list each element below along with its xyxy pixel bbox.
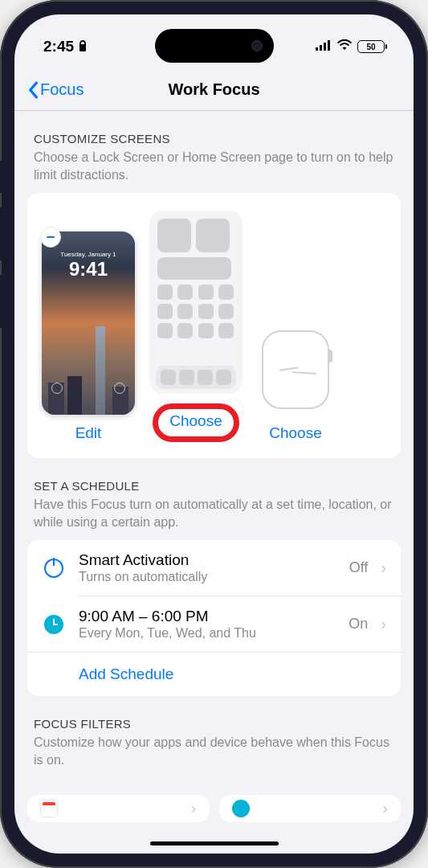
device-frame: 2:45 50 Focus Work Focus [0, 0, 428, 868]
lock-screen-preview: Tuesday, January 1 9:41 [42, 231, 135, 415]
side-buttons [0, 161, 2, 342]
watch-choose-button[interactable]: Choose [269, 424, 322, 442]
smart-activation-title: Smart Activation [79, 551, 336, 569]
nav-bar: Focus Work Focus [14, 61, 414, 111]
customize-header: CUSTOMIZE SCREENS Choose a Lock Screen o… [27, 111, 401, 183]
page-title: Work Focus [168, 80, 259, 99]
chevron-right-icon: › [381, 615, 386, 633]
watch-option[interactable]: Choose [257, 325, 334, 442]
minus-icon [47, 236, 55, 239]
chevron-right-icon: › [191, 799, 197, 817]
smart-activation-status: Off [349, 559, 369, 576]
compass-icon [232, 800, 250, 817]
lock-screen-option[interactable]: Tuesday, January 1 9:41 Edit [42, 231, 135, 442]
time-schedule-row[interactable]: 9:00 AM – 6:00 PM Every Mon, Tue, Wed, a… [27, 596, 401, 652]
back-button[interactable]: Focus [27, 80, 84, 99]
add-schedule-button[interactable]: Add Schedule [27, 652, 401, 696]
screen: 2:45 50 Focus Work Focus [14, 14, 414, 854]
home-indicator[interactable] [150, 841, 279, 845]
back-label: Focus [40, 80, 84, 99]
wifi-icon [336, 39, 353, 55]
home-screen-preview [149, 211, 243, 394]
remove-lock-screen-button[interactable] [40, 227, 61, 248]
dynamic-island [155, 29, 274, 63]
svg-rect-2 [316, 47, 318, 51]
svg-rect-3 [320, 45, 322, 51]
time-schedule-subtitle: Every Mon, Tue, Wed, and Thu [79, 626, 336, 641]
home-screen-option[interactable]: Choose [149, 211, 243, 442]
customize-title: CUSTOMIZE SCREENS [34, 132, 394, 145]
lock-preview-time: 9:41 [42, 258, 135, 280]
filters-subtitle: Customize how your apps and device behav… [34, 734, 394, 768]
schedule-subtitle: Have this Focus turn on automatically at… [34, 496, 394, 530]
lock-preview-date: Tuesday, January 1 [42, 251, 135, 258]
safari-filter-card[interactable]: › [219, 795, 402, 822]
smart-activation-row[interactable]: Smart Activation Turns on automatically … [27, 540, 401, 596]
home-screen-choose-button[interactable]: Choose [153, 403, 239, 442]
screens-card: Tuesday, January 1 9:41 Edit [27, 193, 401, 458]
chevron-left-icon [27, 81, 39, 99]
schedule-title: SET A SCHEDULE [34, 479, 394, 493]
filters-header: FOCUS FILTERS Customize how your apps an… [27, 696, 401, 768]
power-icon [44, 559, 63, 578]
calendar-icon [40, 800, 58, 817]
status-time: 2:45 [43, 38, 74, 55]
schedule-card: Smart Activation Turns on automatically … [27, 540, 401, 696]
cellular-signal-icon [316, 39, 332, 55]
clock-icon [44, 615, 63, 634]
time-schedule-status: On [349, 616, 368, 633]
chevron-right-icon: › [382, 799, 388, 817]
time-schedule-title: 9:00 AM – 6:00 PM [79, 608, 336, 625]
customize-subtitle: Choose a Lock Screen or Home Screen page… [34, 149, 394, 183]
battery-icon: 50 [357, 40, 385, 53]
svg-rect-5 [328, 40, 330, 51]
filters-title: FOCUS FILTERS [34, 717, 394, 731]
smart-activation-subtitle: Turns on automatically [79, 570, 336, 584]
calendar-filter-card[interactable]: › [27, 795, 210, 822]
lock-screen-edit-button[interactable]: Edit [75, 424, 102, 442]
chevron-right-icon: › [381, 559, 386, 577]
svg-rect-4 [324, 43, 326, 51]
filter-row: › › [14, 795, 414, 822]
orientation-lock-icon [77, 39, 88, 55]
schedule-header: SET A SCHEDULE Have this Focus turn on a… [27, 458, 401, 530]
watch-preview [257, 325, 334, 415]
